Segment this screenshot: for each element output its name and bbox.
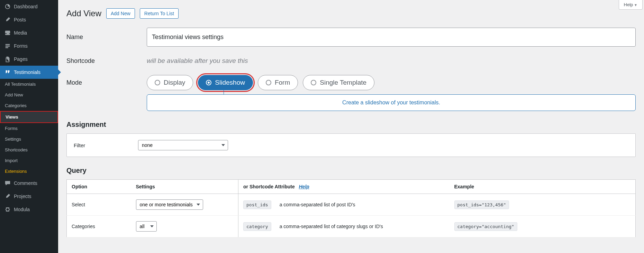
- forms-icon: [4, 43, 11, 49]
- shortcode-desc: a comma-separated list of post ID's: [280, 202, 355, 207]
- pin-icon: [4, 193, 11, 200]
- radio-icon: [206, 80, 211, 85]
- table-row: Select one or more testimonials post_ids…: [67, 194, 636, 216]
- assignment-heading: Assignment: [66, 121, 636, 129]
- sidebar-item-dashboard[interactable]: Dashboard: [0, 0, 58, 13]
- mode-option-label: Display: [164, 79, 185, 86]
- sidebar-item-testimonials[interactable]: Testimonials: [0, 66, 58, 79]
- dashboard-icon: [4, 3, 11, 10]
- th-settings: Settings: [131, 180, 238, 194]
- query-option: Select: [67, 194, 131, 216]
- admin-sidebar: Dashboard Posts Media Forms Pages Testim…: [0, 0, 58, 253]
- sidebar-item-label: Comments: [14, 180, 37, 186]
- shortcode-example: post_ids="123,456": [454, 200, 509, 209]
- shortcode-label: Shortcode: [66, 57, 147, 65]
- sidebar-sub-add-new[interactable]: Add New: [0, 90, 58, 100]
- filter-select[interactable]: none: [138, 140, 228, 150]
- connector-line: [224, 88, 224, 94]
- sidebar-item-label: Testimonials: [14, 69, 40, 75]
- th-shortcode: or Shortcode Attribute Help: [238, 180, 450, 194]
- table-row: Categories all category a comma-separate…: [67, 216, 636, 237]
- sidebar-item-modula[interactable]: Modula: [0, 203, 58, 216]
- sidebar-sub-all-testimonials[interactable]: All Testimonials: [0, 79, 58, 90]
- sidebar-item-label: Projects: [14, 194, 31, 199]
- shortcode-message: will be available after you save this: [147, 57, 248, 65]
- mode-option-label: Single Template: [320, 79, 366, 86]
- sidebar-sub-shortcodes[interactable]: Shortcodes: [0, 144, 58, 155]
- select-testimonials-select[interactable]: one or more testimonials: [136, 199, 203, 210]
- sidebar-item-media[interactable]: Media: [0, 26, 58, 39]
- radio-icon: [266, 80, 271, 85]
- help-tab-button[interactable]: Help: [619, 0, 643, 10]
- gear-icon: [4, 206, 11, 213]
- sidebar-sub-import[interactable]: Import: [0, 155, 58, 166]
- th-option: Option: [67, 180, 131, 194]
- main-content: Help Add View Add New Return To List Nam…: [58, 0, 644, 253]
- sidebar-item-label: Forms: [14, 43, 28, 49]
- mode-option-label: Form: [275, 79, 290, 86]
- shortcode-example: category="accounting": [454, 222, 517, 231]
- comment-icon: [4, 180, 11, 187]
- sidebar-item-label: Dashboard: [14, 4, 38, 9]
- query-heading: Query: [66, 167, 636, 175]
- name-label: Name: [66, 34, 147, 41]
- sidebar-item-forms[interactable]: Forms: [0, 39, 58, 53]
- filter-label: Filter: [74, 142, 138, 148]
- categories-select[interactable]: all: [136, 221, 157, 232]
- query-table: Option Settings or Shortcode Attribute H…: [66, 179, 636, 237]
- media-icon: [4, 29, 11, 36]
- add-new-button[interactable]: Add New: [106, 8, 135, 19]
- sidebar-sub-extensions[interactable]: Extensions: [0, 166, 58, 177]
- sidebar-item-comments[interactable]: Comments: [0, 177, 58, 190]
- shortcode-attr: post_ids: [243, 200, 271, 209]
- mode-option-slideshow[interactable]: Slideshow: [198, 75, 253, 90]
- mode-option-single-template[interactable]: Single Template: [303, 75, 374, 90]
- sidebar-sub-views[interactable]: Views: [0, 111, 58, 123]
- shortcode-desc: a comma-separated list of category slugs…: [280, 224, 383, 229]
- mode-option-form[interactable]: Form: [258, 75, 298, 90]
- radio-icon: [311, 80, 316, 85]
- sidebar-item-label: Pages: [14, 56, 28, 62]
- page-title: Add View: [66, 9, 101, 18]
- sidebar-item-pages[interactable]: Pages: [0, 53, 58, 66]
- sidebar-item-label: Modula: [14, 207, 30, 212]
- shortcode-attr: category: [243, 222, 271, 231]
- shortcode-help-link[interactable]: Help: [299, 184, 309, 189]
- th-example: Example: [450, 180, 636, 194]
- sidebar-sub-forms[interactable]: Forms: [0, 123, 58, 134]
- pages-icon: [4, 56, 11, 63]
- query-option: Categories: [67, 216, 131, 237]
- sidebar-sub-categories[interactable]: Categories: [0, 100, 58, 111]
- sidebar-item-label: Media: [14, 30, 27, 36]
- return-to-list-button[interactable]: Return To List: [140, 8, 179, 19]
- sidebar-item-projects[interactable]: Projects: [0, 190, 58, 203]
- radio-icon: [155, 80, 160, 85]
- quote-icon: [4, 69, 11, 76]
- sidebar-item-label: Posts: [14, 17, 26, 22]
- mode-description: Create a slideshow of your testimonials.: [147, 94, 636, 111]
- pin-icon: [4, 16, 11, 23]
- mode-option-label: Slideshow: [215, 79, 245, 86]
- sidebar-item-posts[interactable]: Posts: [0, 13, 58, 26]
- mode-label: Mode: [66, 79, 147, 86]
- sidebar-sub-settings[interactable]: Settings: [0, 134, 58, 144]
- name-input[interactable]: [147, 28, 636, 47]
- mode-option-display[interactable]: Display: [147, 75, 193, 90]
